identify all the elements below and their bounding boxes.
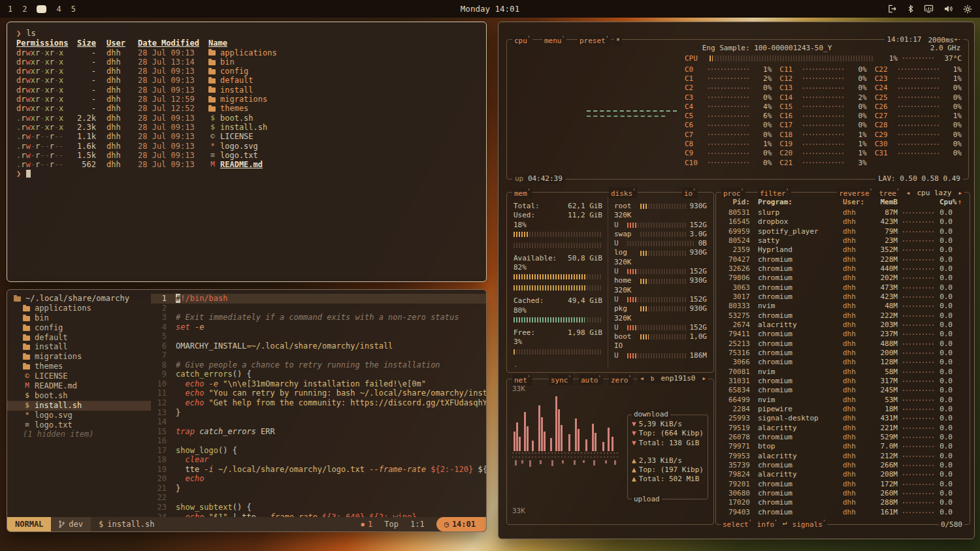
code-line-14[interactable]: 14 <box>151 417 486 427</box>
code-line-22[interactable]: 22 <box>151 493 486 503</box>
code-line-10[interactable]: 10 echo -e "\n\e[31mOmarchy installation… <box>151 379 486 389</box>
code-line-9[interactable]: 9catch_errors() { <box>151 370 486 379</box>
process-row[interactable]: 70427chromiumdhh228M0.0 <box>720 255 953 264</box>
filter-button[interactable]: filter <box>758 187 791 198</box>
disks-box-title[interactable]: disks <box>609 187 638 198</box>
process-row[interactable]: 80524sattydhh23M0.0 <box>720 236 953 245</box>
process-row[interactable]: 31031chromiumdhh317M0.0 <box>720 377 953 386</box>
header-program[interactable]: Program: <box>758 198 843 207</box>
code-line-13[interactable]: 13} <box>151 408 486 418</box>
iface-prev-arrow-icon[interactable]: ◂ <box>640 374 644 383</box>
tree-item-boot.sh[interactable]: $boot.sh <box>7 391 151 401</box>
process-row[interactable]: 79519alacrittydhh221M0.0 <box>720 424 953 433</box>
shell-prompt-empty[interactable]: ❯ <box>16 169 486 178</box>
code-editor[interactable]: 1#!/bin/bash23# Exit immediately if a co… <box>151 290 486 517</box>
tree-item-README.md[interactable]: MREADME.md <box>7 381 151 391</box>
tree-item-default[interactable]: default <box>7 333 151 343</box>
process-row[interactable]: 65834chromiumdhh245M0.0 <box>720 386 953 395</box>
process-row[interactable]: 17020chromiumdhh288M0.0 <box>720 498 953 507</box>
bluetooth-icon[interactable] <box>907 5 914 13</box>
process-row[interactable]: 66499nvimdhh53M0.0 <box>720 396 953 405</box>
process-row[interactable]: 79411chromiumdhh237M0.0 <box>720 330 953 339</box>
code-line-21[interactable]: 21} <box>151 484 486 494</box>
code-line-7[interactable]: 7 <box>151 351 486 360</box>
code-line-8[interactable]: 8# Give people a chance to retry running… <box>151 360 486 370</box>
iface-next-arrow-icon[interactable]: ▸ <box>702 374 706 383</box>
process-row[interactable]: 53275chromiumdhh222M0.0 <box>720 311 953 321</box>
system-monitor-window[interactable]: cpu menu preset * 14:01:17 2000ms+- Eng … <box>498 22 975 539</box>
net-auto-button[interactable]: auto <box>579 374 603 385</box>
info-button[interactable]: info <box>757 518 777 529</box>
logout-icon[interactable] <box>887 5 898 13</box>
process-row[interactable]: 3017chromiumdhh423M0.0 <box>720 292 953 302</box>
process-row[interactable]: 70081nvimdhh58M0.0 <box>720 368 953 377</box>
code-line-23[interactable]: 23show_subtext() { <box>151 503 486 512</box>
process-row[interactable]: 79806chromiumdhh202M0.0 <box>720 274 953 283</box>
code-line-24[interactable]: 24 echo "$1" | tte --frame-rate ${3:-640… <box>151 512 486 517</box>
process-row[interactable]: 3063chromiumdhh473M0.0 <box>720 283 953 292</box>
interval-keys-icon[interactable]: +- <box>954 36 961 42</box>
process-row[interactable]: 2674alacrittydhh203M0.0 <box>720 321 953 330</box>
process-row[interactable]: 35739chromiumdhh266M0.0 <box>720 461 953 470</box>
tree-item-logo.txt[interactable]: ≡logo.txt <box>7 420 151 430</box>
sort-direction-icon[interactable]: ↑ <box>957 198 962 206</box>
code-line-15[interactable]: 15trap catch_errors ERR <box>151 427 486 437</box>
net-zero-button[interactable]: zero <box>609 374 633 385</box>
process-row[interactable]: 69959spotify_playerdhh79M0.0 <box>720 227 953 236</box>
header-pid[interactable]: Pid: <box>720 198 750 207</box>
file-tree[interactable]: ~/.local/share/omarchyapplicationsbincon… <box>7 290 151 517</box>
header-memb[interactable]: MemB <box>874 198 898 207</box>
proc-box-title[interactable]: proc <box>721 187 745 198</box>
cpu-box-title[interactable]: cpu <box>512 35 532 46</box>
tree-item-themes[interactable]: themes <box>7 362 151 371</box>
signals-button[interactable]: signals <box>792 518 826 529</box>
code-line-6[interactable]: 6OMARCHY_INSTALL=~/.local/share/omarchy/… <box>151 341 486 351</box>
process-row[interactable]: 79953alacrittydhh212M0.0 <box>720 452 953 461</box>
process-row[interactable]: 79201chromiumdhh172M0.0 <box>720 480 953 489</box>
code-line-2[interactable]: 2 <box>151 304 486 313</box>
tree-item-install.sh[interactable]: $install.sh <box>7 401 151 411</box>
tree-item-applications[interactable]: applications <box>7 304 151 313</box>
process-row[interactable]: 16545dropboxdhh423M0.0 <box>720 217 953 227</box>
code-line-11[interactable]: 11 echo "You can retry by running: bash … <box>151 388 486 398</box>
process-row[interactable]: 79971btopdhh7.0M0.0 <box>720 442 953 451</box>
tree-button[interactable]: tree <box>879 187 899 198</box>
tree-item-bin[interactable]: bin <box>7 313 151 323</box>
code-line-4[interactable]: 4set -e <box>151 323 486 332</box>
tree-item-LICENSE[interactable]: ©LICENSE <box>7 371 151 381</box>
tree-item-logo.svg[interactable]: *logo.svg <box>7 411 151 420</box>
editor-window[interactable]: ~/.local/share/omarchyapplicationsbincon… <box>7 289 487 532</box>
sort-next-arrow-icon[interactable]: ▸ <box>958 189 962 198</box>
io-box-title[interactable]: io <box>682 187 698 198</box>
process-row[interactable]: 80531slurpdhh87M0.0 <box>720 208 953 217</box>
process-row[interactable]: 79403chromiumdhh161M0.0 <box>720 508 953 517</box>
header-cpu[interactable]: Cpu% <box>939 198 957 207</box>
code-line-20[interactable]: 20 echo <box>151 474 486 484</box>
code-line-1[interactable]: 1#!/bin/bash <box>151 294 486 304</box>
process-row[interactable]: 75316chromiumdhh200M0.0 <box>720 349 953 358</box>
network-icon[interactable] <box>924 5 934 13</box>
header-user[interactable]: User: <box>843 198 874 207</box>
process-row[interactable]: 2284pipewiredhh18M0.0 <box>720 405 953 414</box>
volume-icon[interactable] <box>943 5 953 13</box>
code-line-18[interactable]: 18 clear <box>151 455 486 465</box>
process-row[interactable]: 25993signal-desktopdhh431M0.0 <box>720 414 953 423</box>
net-box-title[interactable]: net <box>512 374 532 385</box>
code-line-3[interactable]: 3# Exit immediately if a command exits w… <box>151 313 486 323</box>
process-row[interactable]: 79824alacrittydhh208M0.0 <box>720 470 953 479</box>
tree-item-install[interactable]: install <box>7 342 151 352</box>
process-row[interactable]: 80333nvimdhh48M0.0 <box>720 302 953 311</box>
process-row[interactable]: 26078chromiumdhh529M0.0 <box>720 433 953 442</box>
code-line-17[interactable]: 17show_logo() { <box>151 446 486 456</box>
mem-box-title[interactable]: mem <box>512 187 532 198</box>
process-row[interactable]: 3066chromiumdhh128M0.0 <box>720 358 953 367</box>
tree-item-migrations[interactable]: migrations <box>7 352 151 362</box>
code-line-5[interactable]: 5 <box>151 332 486 341</box>
sort-prev-arrow-icon[interactable]: ◂ <box>906 189 911 198</box>
tree-item-config[interactable]: config <box>7 323 151 333</box>
tree-root[interactable]: ~/.local/share/omarchy <box>7 294 151 304</box>
select-button[interactable]: select <box>723 518 752 529</box>
process-row[interactable]: 32626chromiumdhh440M0.0 <box>720 264 953 274</box>
reverse-button[interactable]: reverse <box>839 187 872 198</box>
process-row[interactable]: 30680chromiumdhh260M0.0 <box>720 489 953 498</box>
